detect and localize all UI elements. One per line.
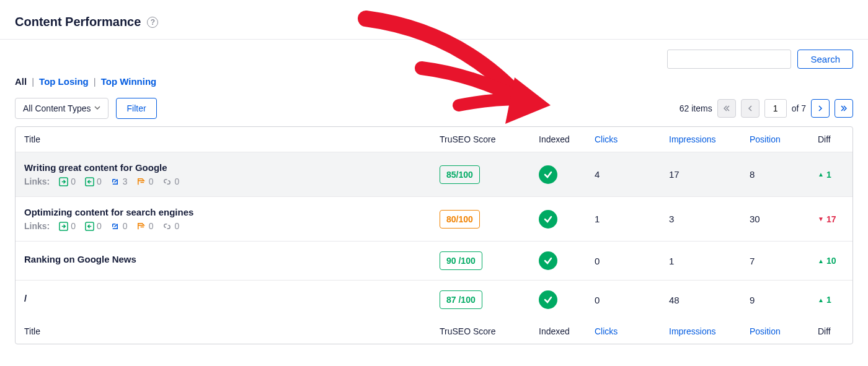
filter-tabs: All | Top Losing | Top Winning	[15, 76, 853, 87]
search-button[interactable]: Search	[797, 50, 853, 69]
clicks-value: 0	[595, 295, 669, 305]
tf-title: Title	[24, 326, 440, 336]
indexed-check-icon	[539, 210, 557, 229]
content-types-dropdown[interactable]: All Content Types	[15, 98, 108, 119]
links-external[interactable]: 0	[110, 221, 128, 231]
links-row: Links:00000	[24, 221, 440, 231]
tf-position[interactable]: Position	[750, 326, 818, 336]
diff-arrow-icon: ▼	[818, 216, 824, 222]
position-value: 30	[750, 214, 818, 224]
th-indexed: Indexed	[539, 134, 595, 144]
truseo-score: 80/100	[440, 210, 480, 229]
links-external[interactable]: 3	[110, 176, 128, 186]
position-value: 7	[750, 256, 818, 266]
indexed-check-icon	[539, 251, 557, 270]
inbound-icon	[58, 221, 68, 231]
diff-value: ▲1	[818, 170, 853, 180]
links-label: Links:	[24, 221, 50, 231]
first-page-button[interactable]	[717, 99, 736, 118]
diff-arrow-icon: ▲	[818, 297, 824, 303]
clicks-value: 0	[595, 256, 669, 266]
diff-value: ▲1	[818, 295, 853, 305]
content-types-label: All Content Types	[23, 103, 91, 113]
th-diff: Diff	[818, 134, 853, 144]
row-title[interactable]: Optimizing content for search engines	[24, 207, 440, 217]
row-title[interactable]: /	[24, 293, 440, 303]
diff-value: ▲10	[818, 256, 853, 266]
row-title[interactable]: Writing great content for Google	[24, 162, 440, 173]
external-icon	[110, 176, 120, 186]
external-icon	[110, 221, 120, 231]
tf-impressions[interactable]: Impressions	[669, 326, 750, 336]
th-position[interactable]: Position	[750, 134, 818, 144]
page-title-text: Content Performance	[15, 15, 141, 29]
prev-page-button[interactable]	[741, 99, 760, 118]
page-title: Content Performance ?	[15, 15, 853, 29]
links-row: Links:00300	[24, 176, 440, 186]
last-page-button[interactable]	[835, 99, 853, 118]
table-row[interactable]: Writing great content for GoogleLinks:00…	[16, 152, 852, 196]
outbound-icon	[84, 221, 94, 231]
search-input[interactable]	[667, 50, 791, 69]
indexed-check-icon	[539, 165, 557, 184]
truseo-score: 87 /100	[440, 290, 482, 309]
tab-top-winning[interactable]: Top Winning	[101, 76, 157, 87]
links-inbound[interactable]: 0	[58, 221, 76, 231]
chevron-down-icon	[94, 105, 100, 112]
links-affiliate[interactable]: 0	[136, 176, 154, 186]
diff-value: ▼17	[818, 214, 853, 224]
table-footer: Title TruSEO Score Indexed Clicks Impres…	[16, 319, 852, 344]
tab-all[interactable]: All	[15, 76, 27, 87]
th-title: Title	[24, 134, 440, 144]
table-row[interactable]: /87 /1000489▲1	[16, 280, 852, 319]
links-outbound[interactable]: 0	[84, 221, 102, 231]
indexed-check-icon	[539, 290, 557, 309]
position-value: 8	[750, 169, 818, 180]
page-input[interactable]	[764, 99, 787, 118]
tab-top-losing[interactable]: Top Losing	[39, 76, 89, 87]
pagination: 62 items of 7	[680, 99, 853, 118]
impressions-value: 1	[669, 256, 750, 266]
position-value: 9	[750, 295, 818, 305]
links-chain[interactable]: 0	[162, 176, 179, 186]
table-header: Title TruSEO Score Indexed Clicks Impres…	[16, 127, 852, 152]
affiliate-icon	[136, 221, 146, 231]
inbound-icon	[58, 176, 68, 186]
chain-icon	[162, 221, 172, 231]
th-impressions[interactable]: Impressions	[669, 134, 750, 144]
impressions-value: 48	[669, 295, 750, 305]
next-page-button[interactable]	[811, 99, 830, 118]
truseo-score: 85/100	[440, 165, 480, 184]
links-outbound[interactable]: 0	[84, 176, 102, 186]
clicks-value: 1	[595, 214, 669, 224]
affiliate-icon	[136, 176, 146, 186]
row-title[interactable]: Ranking on Google News	[24, 254, 440, 264]
tf-score: TruSEO Score	[440, 326, 539, 336]
links-chain[interactable]: 0	[162, 221, 179, 231]
page-of-label: of 7	[792, 103, 806, 113]
links-inbound[interactable]: 0	[58, 176, 76, 186]
table-row[interactable]: Optimizing content for search enginesLin…	[16, 196, 852, 241]
diff-arrow-icon: ▲	[818, 258, 824, 264]
th-score: TruSEO Score	[440, 134, 539, 144]
impressions-value: 17	[669, 169, 750, 180]
outbound-icon	[84, 176, 94, 186]
chain-icon	[162, 176, 172, 186]
diff-arrow-icon: ▲	[818, 171, 824, 178]
filter-button[interactable]: Filter	[116, 98, 156, 119]
content-table: Title TruSEO Score Indexed Clicks Impres…	[15, 126, 853, 344]
tf-indexed: Indexed	[539, 326, 595, 336]
tf-clicks[interactable]: Clicks	[595, 326, 669, 336]
truseo-score: 90 /100	[440, 251, 482, 270]
clicks-value: 4	[595, 169, 669, 180]
links-affiliate[interactable]: 0	[136, 221, 154, 231]
th-clicks[interactable]: Clicks	[595, 134, 669, 144]
tf-diff: Diff	[818, 326, 853, 336]
items-count: 62 items	[680, 103, 712, 113]
table-row[interactable]: Ranking on Google News90 /100017▲10	[16, 241, 852, 280]
links-label: Links:	[24, 176, 50, 186]
help-icon[interactable]: ?	[147, 17, 158, 28]
impressions-value: 3	[669, 214, 750, 224]
